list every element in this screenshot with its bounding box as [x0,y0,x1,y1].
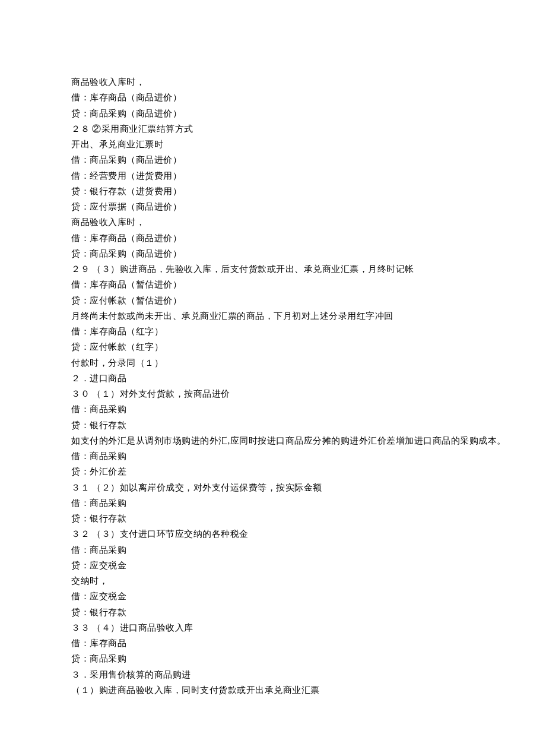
text-line: 贷：银行存款 [71,511,475,526]
text-line: 借：商品采购 [71,495,475,511]
text-line: 贷：商品采购 [71,651,475,666]
text-line: 贷：应付帐款（红字） [71,339,475,355]
text-line: 如支付的外汇是从调剂市场购进的外汇,应同时按进口商品应分摊的购进外汇价差增加进口… [71,433,475,448]
text-line: （１）购进商品验收入库，同时支付货款或开出承兑商业汇票 [71,682,475,698]
text-line: 贷：应交税金 [71,558,475,573]
text-line: 付款时，分录同（１） [71,355,475,371]
text-line: 借：商品采购 [71,448,475,464]
text-line: 开出、承兑商业汇票时 [71,137,475,152]
text-line: 贷：商品采购（商品进价） [71,246,475,261]
text-line: ３．采用售价核算的商品购进 [71,667,475,682]
text-line: 借：商品采购（商品进价） [71,152,475,167]
text-line: 贷：应付票据（商品进价） [71,199,475,214]
text-line: ３０ （１）对外支付货款，按商品进价 [71,386,475,401]
text-line: ２９ （３）购进商品，先验收入库，后支付货款或开出、承兑商业汇票，月终时记帐 [71,261,475,277]
text-line: ３３ （４）进口商品验收入库 [71,620,475,635]
text-line: 商品验收入库时， [71,74,475,90]
text-line: 贷：应付帐款（暂估进价） [71,293,475,308]
text-line: 借：库存商品（商品进价） [71,230,475,246]
text-line: 贷：外汇价差 [71,464,475,479]
text-line: 借：经营费用（进货费用） [71,168,475,184]
text-line: ２８ ②采用商业汇票结算方式 [71,121,475,137]
text-line: ３２ （３）支付进口环节应交纳的各种税金 [71,526,475,542]
document-content: 商品验收入库时， 借：库存商品（商品进价） 贷：商品采购（商品进价） ２８ ②采… [71,74,475,698]
text-line: 贷：商品采购（商品进价） [71,106,475,121]
text-line: 借：库存商品（红字） [71,324,475,339]
text-line: 商品验收入库时， [71,214,475,230]
text-line: ２．进口商品 [71,371,475,386]
text-line: 借：库存商品（商品进价） [71,90,475,105]
text-line: 月终尚未付款或尚未开出、承兑商业汇票的商品，下月初对上述分录用红字冲回 [71,308,475,324]
text-line: 借：库存商品 [71,635,475,651]
text-line: 贷：银行存款 [71,417,475,433]
text-line: 贷：银行存款 [71,605,475,620]
text-line: 借：库存商品（暂估进价） [71,277,475,292]
text-line: 借：商品采购 [71,401,475,417]
text-line: 交纳时， [71,573,475,589]
text-line: 借：应交税金 [71,589,475,604]
text-line: ３１ （２）如以离岸价成交，对外支付运保费等，按实际金额 [71,480,475,495]
text-line: 贷：银行存款（进货费用） [71,184,475,199]
text-line: 借：商品采购 [71,542,475,558]
